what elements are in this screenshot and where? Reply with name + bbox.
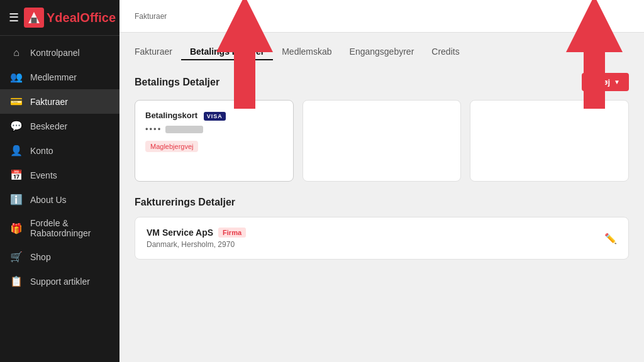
sidebar-item-fakturaer[interactable]: 💳Fakturaer — [0, 89, 119, 114]
sidebar-item-label: About Us — [30, 195, 67, 205]
card-label: Betalingskort VISA — [145, 111, 283, 121]
sidebar-item-about-us[interactable]: ℹ️About Us — [0, 187, 119, 212]
fakturerings-section-title: Fakturerings Detaljer — [135, 197, 235, 208]
fordele-icon: 🎁 — [10, 222, 23, 234]
billing-card: VM Service ApS Firma Danmark, Hersholm, … — [135, 217, 629, 260]
main-content: Fakturaer FakturaerBetalings DetaljerMed… — [119, 0, 644, 362]
sidebar-item-label: Events — [30, 170, 57, 180]
sidebar-item-label: Kontrolpanel — [30, 48, 80, 58]
sidebar-item-label: Support artikler — [30, 277, 90, 287]
sidebar-item-fordele[interactable]: 🎁Fordele & Rabatordninger — [0, 212, 119, 244]
betalings-section-header: Betalings Detaljer Tilføj ▼ — [135, 73, 629, 91]
support-icon: 📋 — [10, 275, 23, 287]
hamburger-icon[interactable]: ☰ — [9, 11, 19, 25]
tabs-bar: FakturaerBetalings DetaljerMedlemskabEng… — [135, 43, 629, 60]
shop-icon: 🛒 — [10, 251, 23, 263]
logo-text-suffix: Office — [80, 11, 116, 25]
tab-engangsgebyrer[interactable]: Engangsgebyrer — [341, 43, 423, 60]
sidebar-item-label: Konto — [30, 146, 53, 156]
sidebar: ☰ YdealOffice ⌂Kontrolpanel👥Medlemmer💳Fa… — [0, 0, 119, 362]
billing-name-row: VM Service ApS Firma — [147, 228, 246, 238]
tab-credits[interactable]: Credits — [423, 43, 468, 60]
content-wrapper: Betalings Detaljer Tilføj ▼ Betalingskor… — [135, 73, 629, 260]
tab-betalings-detaljer[interactable]: Betalings Detaljer — [181, 43, 273, 60]
payment-card-empty-2 — [470, 100, 629, 182]
medlemmer-icon: 👥 — [10, 71, 23, 83]
sidebar-item-konto[interactable]: 👤Konto — [0, 138, 119, 163]
top-bar: Fakturaer — [119, 0, 644, 33]
beskeder-icon: 💬 — [10, 120, 23, 132]
card-number: •••• — [145, 124, 283, 134]
billing-address: Danmark, Hersholm, 2970 — [147, 240, 246, 249]
logo-text: YdealOffice — [47, 11, 116, 25]
sidebar-item-kontrolpanel[interactable]: ⌂Kontrolpanel — [0, 41, 119, 65]
content-area: FakturaerBetalings DetaljerMedlemskabEng… — [119, 33, 644, 270]
company-name: VM Service ApS — [147, 228, 213, 238]
sidebar-item-label: Shop — [30, 252, 51, 262]
fakturaer-icon: 💳 — [10, 96, 23, 107]
breadcrumb: Fakturaer — [135, 12, 167, 21]
sidebar-item-label: Fordele & Rabatordninger — [30, 218, 109, 238]
sidebar-item-label: Fakturaer — [30, 97, 68, 107]
sidebar-item-events[interactable]: 📅Events — [0, 163, 119, 187]
fakturerings-section-header: Fakturerings Detaljer — [135, 197, 629, 208]
sidebar-item-beskeder[interactable]: 💬Beskeder — [0, 114, 119, 138]
about-us-icon: ℹ️ — [10, 194, 23, 206]
kontrolpanel-icon: ⌂ — [10, 47, 23, 58]
card-tag: Maglebjergvej — [145, 141, 198, 152]
payment-cards-row: Betalingskort VISA •••• Maglebjergvej — [135, 100, 629, 182]
card-number-masked — [165, 126, 203, 133]
edit-icon[interactable]: ✏️ — [604, 233, 617, 244]
sidebar-item-support[interactable]: 📋Support artikler — [0, 269, 119, 293]
events-icon: 📅 — [10, 169, 23, 181]
add-button-label: Tilføj — [591, 77, 610, 87]
logo-icon — [24, 8, 44, 28]
chevron-down-icon: ▼ — [614, 79, 620, 85]
firma-badge: Firma — [218, 228, 246, 238]
add-button[interactable]: Tilføj ▼ — [582, 73, 629, 91]
logo: YdealOffice — [24, 8, 116, 28]
sidebar-item-label: Medlemmer — [30, 72, 77, 82]
billing-info: VM Service ApS Firma Danmark, Hersholm, … — [147, 228, 246, 249]
tab-medlemskab[interactable]: Medlemskab — [273, 43, 340, 60]
betalings-section-title: Betalings Detaljer — [135, 77, 219, 88]
payment-card-active[interactable]: Betalingskort VISA •••• Maglebjergvej — [135, 100, 294, 182]
tab-fakturaer[interactable]: Fakturaer — [135, 43, 181, 60]
payment-card-empty-1 — [303, 100, 462, 182]
logo-text-prefix: Ydeal — [47, 11, 80, 25]
sidebar-header: ☰ YdealOffice — [0, 0, 119, 36]
svg-rect-2 — [31, 18, 37, 23]
visa-badge: VISA — [204, 112, 226, 121]
sidebar-nav: ⌂Kontrolpanel👥Medlemmer💳Fakturaer💬Besked… — [0, 36, 119, 362]
konto-icon: 👤 — [10, 145, 23, 156]
sidebar-item-medlemmer[interactable]: 👥Medlemmer — [0, 65, 119, 89]
sidebar-item-label: Beskeder — [30, 121, 67, 131]
sidebar-item-shop[interactable]: 🛒Shop — [0, 244, 119, 269]
